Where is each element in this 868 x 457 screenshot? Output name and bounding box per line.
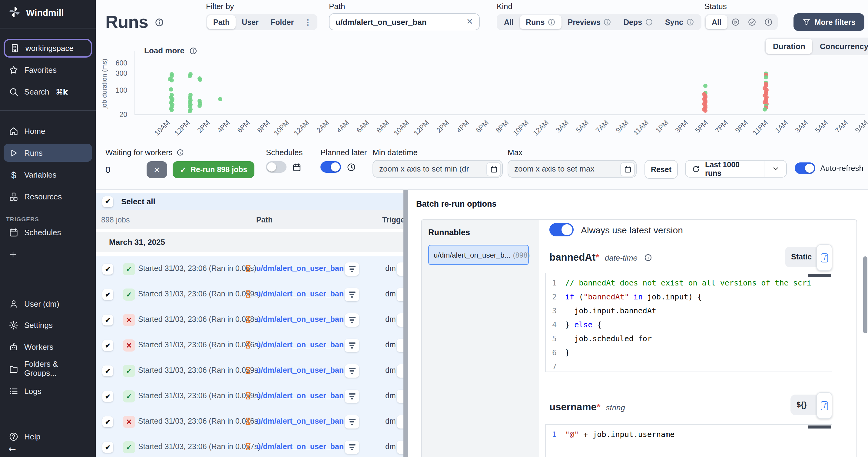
editor-scroll-indicator[interactable]: [808, 426, 831, 429]
max-datetime-input[interactable]: [507, 160, 637, 178]
funnel-icon: [803, 18, 810, 26]
kind-previews-button[interactable]: Previews: [561, 15, 617, 29]
filter-by-path-button[interactable]: [345, 262, 359, 276]
filter-by-path-button[interactable]: [345, 288, 359, 301]
filter-by-path-button[interactable]: [345, 339, 359, 352]
row-checkbox[interactable]: ✔: [102, 442, 113, 453]
row-checkbox[interactable]: ✔: [102, 289, 113, 300]
row-action-button[interactable]: [397, 390, 403, 403]
sidebar-item-user[interactable]: User (dm): [4, 294, 92, 313]
sidebar-item-search[interactable]: Search ⌘k: [4, 82, 92, 101]
runnable-item[interactable]: u/dm/alert_on_user_b... (898): [428, 245, 529, 265]
run-path-link[interactable]: u/dm/alert_on_user_ban: [256, 417, 344, 426]
filter-by-path-button[interactable]: [345, 390, 359, 403]
status-all-button[interactable]: All: [706, 15, 727, 29]
row-action-button[interactable]: [397, 364, 403, 378]
status-running-icon[interactable]: [727, 15, 744, 29]
schedules-toggle[interactable]: [266, 161, 286, 173]
path-input[interactable]: [329, 13, 480, 30]
auto-refresh-toggle[interactable]: [795, 163, 815, 174]
run-row[interactable]: ✔ ✓ Started 31/03, 23:06 (Ran in 0.06s) …: [96, 256, 403, 282]
run-path-link[interactable]: u/dm/alert_on_user_ban: [256, 392, 344, 400]
panel-scrollbar[interactable]: [863, 256, 867, 333]
row-action-button[interactable]: [397, 313, 403, 327]
row-checkbox[interactable]: ✔: [102, 340, 113, 351]
filter-folder-button[interactable]: Folder: [265, 15, 300, 29]
run-row[interactable]: ✔ ✕ Started 31/03, 23:06 (Ran in 0.048s)…: [96, 307, 403, 333]
row-action-button[interactable]: [397, 440, 403, 454]
row-checkbox[interactable]: ✔: [102, 417, 113, 427]
editor-scroll-indicator[interactable]: [808, 274, 831, 277]
run-row[interactable]: ✔ ✕ Started 31/03, 23:06 (Ran in 0.046s)…: [96, 333, 403, 358]
trigger-cell: dm: [385, 290, 396, 298]
run-path-link[interactable]: u/dm/alert_on_user_ban: [256, 442, 344, 451]
sidebar-item-settings[interactable]: Settings: [4, 316, 92, 334]
sidebar-item-logs[interactable]: Logs: [4, 382, 92, 400]
more-filters-button[interactable]: More filters: [794, 13, 864, 31]
kind-deps-button[interactable]: Deps: [618, 15, 659, 29]
sidebar-item-favorites[interactable]: Favorites: [4, 61, 92, 79]
cancel-selection-button[interactable]: ✕: [147, 161, 167, 178]
select-all-checkbox[interactable]: ✔: [102, 196, 113, 207]
row-checkbox[interactable]: ✔: [102, 315, 113, 325]
sidebar-item-folders[interactable]: Folders & Groups...: [4, 360, 92, 378]
sidebar-item-help[interactable]: Help: [4, 427, 92, 446]
run-path-link[interactable]: u/dm/alert_on_user_ban: [256, 264, 344, 273]
workspace-switcher[interactable]: workingspace: [4, 39, 92, 58]
kind-runs-button[interactable]: Runs: [520, 15, 562, 29]
status-success-icon[interactable]: [744, 15, 760, 29]
run-row[interactable]: ✔ ✓ Started 31/03, 23:06 (Ran in 0.059s)…: [96, 358, 403, 384]
last-runs-button[interactable]: Last 1000 runs: [685, 160, 787, 178]
row-action-button[interactable]: [397, 339, 403, 352]
sidebar-item-home[interactable]: Home: [4, 122, 92, 140]
row-checkbox[interactable]: ✔: [102, 366, 113, 376]
filter-by-path-button[interactable]: [345, 440, 359, 454]
filter-by-path-button[interactable]: [345, 415, 359, 429]
username-code-editor[interactable]: 1"@" + job.input.username: [545, 424, 832, 457]
run-row[interactable]: ✔ ✓ Started 31/03, 23:06 (Ran in 0.059s)…: [96, 282, 403, 307]
kind-all-button[interactable]: All: [498, 15, 520, 29]
collapse-sidebar-button[interactable]: ←: [4, 443, 92, 455]
clear-path-icon[interactable]: ✕: [466, 17, 473, 26]
filter-by-path-button[interactable]: [345, 313, 359, 327]
row-action-button[interactable]: [397, 262, 403, 276]
sidebar-item-variables[interactable]: $ Variables: [4, 166, 92, 184]
run-row[interactable]: ✔ ✓ Started 31/03, 23:06 (Ran in 0.057s)…: [96, 435, 403, 457]
run-path-link[interactable]: u/dm/alert_on_user_ban: [256, 315, 344, 324]
run-row[interactable]: ✔ ✓ Started 31/03, 23:06 (Ran in 0.059s)…: [96, 384, 403, 409]
sidebar-item-schedules[interactable]: Schedules: [4, 223, 92, 241]
status-failure-icon[interactable]: [760, 15, 777, 29]
run-row[interactable]: ✔ ✕ Started 31/03, 23:06 (Ran in 0.046s)…: [96, 409, 403, 435]
duration-scatter-chart[interactable]: [134, 51, 865, 115]
calendar-icon[interactable]: [620, 163, 635, 176]
row-checkbox[interactable]: ✔: [102, 391, 113, 402]
sidebar-item-runs[interactable]: Runs: [4, 144, 92, 162]
sidebar-item-resources[interactable]: Resources: [4, 187, 92, 205]
row-action-button[interactable]: [397, 288, 403, 301]
sidebar-item-add-trigger[interactable]: [4, 246, 92, 264]
sidebar-item-workers[interactable]: Workers: [4, 338, 92, 356]
row-action-button[interactable]: [397, 415, 403, 429]
username-function-mode-button[interactable]: f: [816, 392, 832, 419]
bannedat-function-mode-button[interactable]: f: [816, 244, 832, 271]
calendar-icon[interactable]: [486, 163, 501, 176]
list-scrollbar[interactable]: [403, 190, 408, 457]
always-latest-toggle[interactable]: [549, 223, 574, 236]
run-path-link[interactable]: u/dm/alert_on_user_ban: [256, 341, 344, 349]
row-checkbox[interactable]: ✔: [102, 264, 113, 275]
reset-button[interactable]: Reset: [645, 160, 678, 179]
rerun-jobs-button[interactable]: ✓ Re-run 898 jobs: [173, 161, 255, 178]
planned-later-toggle[interactable]: [320, 161, 341, 173]
info-icon[interactable]: [154, 17, 164, 27]
run-path-link[interactable]: u/dm/alert_on_user_ban: [256, 366, 344, 375]
chevron-down-icon[interactable]: [764, 161, 786, 177]
run-path-link[interactable]: u/dm/alert_on_user_ban: [256, 290, 344, 298]
filter-by-path-button[interactable]: [345, 364, 359, 378]
kind-sync-button[interactable]: Sync: [659, 15, 700, 29]
filter-path-button[interactable]: Path: [207, 15, 236, 29]
bannedat-code-editor[interactable]: 1234567// bannedAt does not exist on all…: [545, 273, 832, 372]
info-icon[interactable]: [644, 253, 652, 262]
filter-user-button[interactable]: User: [236, 15, 265, 29]
min-datetime-input[interactable]: [373, 160, 503, 178]
kebab-menu-icon[interactable]: ⋮: [300, 15, 316, 29]
